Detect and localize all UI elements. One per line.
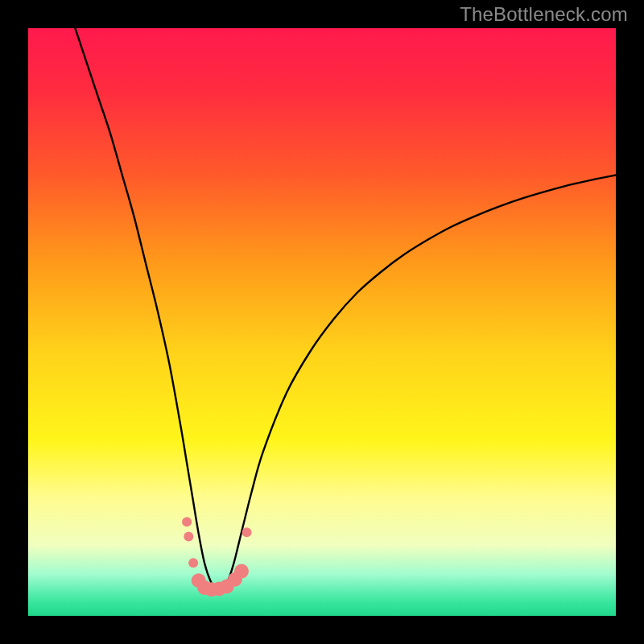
highlight-dot xyxy=(242,527,252,537)
highlight-dot xyxy=(184,531,193,541)
watermark-label: TheBottleneck.com xyxy=(460,3,628,26)
chart-svg xyxy=(28,28,616,616)
highlight-dot xyxy=(188,558,198,568)
chart-container: TheBottleneck.com xyxy=(0,0,644,644)
highlight-dot xyxy=(234,564,249,579)
gradient-background xyxy=(28,28,616,616)
highlight-dot xyxy=(182,517,192,526)
plot-area xyxy=(28,28,616,616)
